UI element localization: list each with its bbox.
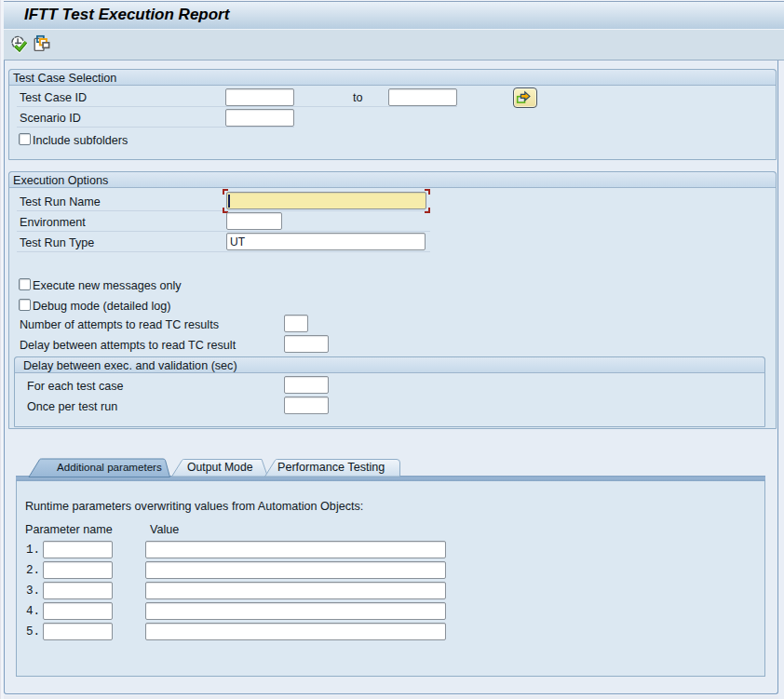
svg-text:Performance Testing: Performance Testing bbox=[277, 461, 385, 474]
svg-text:Additional parameters: Additional parameters bbox=[57, 461, 162, 473]
svg-text:Output Mode: Output Mode bbox=[187, 461, 253, 474]
